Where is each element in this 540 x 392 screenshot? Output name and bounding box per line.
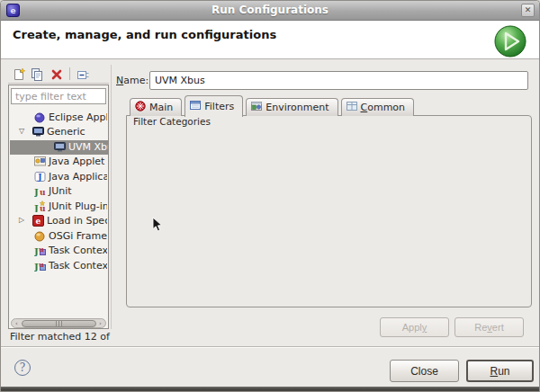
monitor-icon <box>54 141 66 153</box>
tree-item-task-context-test[interactable]: Ju Task Context Test <box>10 259 107 273</box>
tree-item-java-applet[interactable]: Java Applet <box>10 155 107 169</box>
delete-configuration-icon[interactable] <box>49 67 64 82</box>
scrollbar-thumb[interactable] <box>22 320 96 327</box>
uvm-red-icon <box>135 101 146 114</box>
tree-item-generic[interactable]: Generic <box>10 125 107 139</box>
tab-common[interactable]: Common <box>341 98 415 116</box>
tree-item-eclipse-application[interactable]: Eclipse Application <box>10 111 107 125</box>
svg-text:J: J <box>34 187 39 197</box>
svg-text:J: J <box>37 173 41 182</box>
panel-sash[interactable] <box>111 65 112 329</box>
window-close-icon[interactable]: ✕ <box>521 4 535 17</box>
collapse-all-icon[interactable] <box>75 67 90 82</box>
scroll-right-icon[interactable]: › <box>96 319 104 327</box>
close-button[interactable]: Close <box>390 360 459 382</box>
name-input[interactable] <box>149 71 528 90</box>
applet-icon <box>34 156 46 167</box>
junit-icon: Ju <box>34 185 46 197</box>
svg-text:J: J <box>34 203 39 213</box>
task-context-plugin-icon: Ju <box>34 245 46 256</box>
monitor-icon <box>32 126 44 138</box>
filter-input[interactable] <box>11 88 106 104</box>
footer-separator <box>1 346 539 348</box>
svg-text:u: u <box>40 188 46 197</box>
svg-text:u: u <box>39 245 44 254</box>
run-configurations-dialog: e Run Configurations ✕ Create, manage, a… <box>0 0 540 392</box>
dialog-header: Create, manage, and run configurations <box>1 21 539 59</box>
sphere-orange-icon <box>34 230 46 242</box>
svg-text:u: u <box>39 260 44 269</box>
expander-open-icon[interactable] <box>19 127 24 135</box>
filter-status-text: Filter matched 12 of 12 <box>10 331 111 343</box>
scroll-left-icon[interactable]: ‹ <box>13 319 21 327</box>
tree-horizontal-scrollbar[interactable]: ‹ › <box>11 318 106 328</box>
filter-categories-label: Filter Categories <box>131 116 212 127</box>
specman-red-icon: e <box>32 215 44 227</box>
task-context-test-icon: Ju <box>34 260 46 272</box>
run-green-circle-icon <box>493 22 527 61</box>
tab-main[interactable]: Main <box>130 98 182 116</box>
tab-filters[interactable]: Filters <box>184 95 243 117</box>
tree-item-java-application[interactable]: J Java Application <box>10 170 107 184</box>
name-label: Name: <box>116 75 148 86</box>
expander-closed-icon[interactable] <box>19 216 24 224</box>
new-configuration-icon[interactable] <box>11 67 26 82</box>
help-icon[interactable]: ? <box>14 360 31 376</box>
tree-item-load-in-specman[interactable]: e Load in Specman <box>10 214 107 228</box>
tab-bar: Main Filters Environment Common <box>130 94 417 116</box>
mouse-cursor <box>152 217 163 236</box>
title-bar[interactable]: e Run Configurations ✕ <box>1 1 539 21</box>
common-window-icon <box>346 101 357 114</box>
tree-item-junit[interactable]: Ju JUnit <box>10 184 107 199</box>
sphere-purple-icon <box>34 111 46 123</box>
environment-icon <box>251 101 262 114</box>
filters-window-icon <box>190 100 201 113</box>
svg-text:e: e <box>36 217 41 226</box>
filters-tab-content <box>126 115 532 307</box>
run-button[interactable]: Run <box>466 360 534 382</box>
tree-item-junit-plugin-test[interactable]: Ju JUnit Plug-in Test <box>10 200 107 214</box>
tab-environment[interactable]: Environment <box>246 98 338 116</box>
window-title: Run Configurations <box>1 4 539 16</box>
revert-button[interactable]: Revert <box>454 317 524 337</box>
duplicate-configuration-icon[interactable] <box>29 67 44 82</box>
java-application-icon: J <box>34 171 46 183</box>
junit-plugin-icon: Ju <box>34 200 46 212</box>
dialog-header-title: Create, manage, and run configurations <box>13 28 276 41</box>
toolbar-separator <box>69 67 70 80</box>
tree-item-uvm-xbus-selected[interactable]: UVM Xbus <box>10 140 108 155</box>
tree-item-task-context-plugin[interactable]: Ju Task Context Plug-in <box>10 244 107 258</box>
window-bottom-frame <box>1 387 539 392</box>
configurations-tree-panel: Eclipse Application Generic UVM Xbus Jav… <box>8 85 109 329</box>
apply-button[interactable]: Apply <box>380 317 449 337</box>
tree-item-osgi-framework[interactable]: OSGi Framework <box>10 229 107 244</box>
configurations-toolbar <box>8 65 109 84</box>
